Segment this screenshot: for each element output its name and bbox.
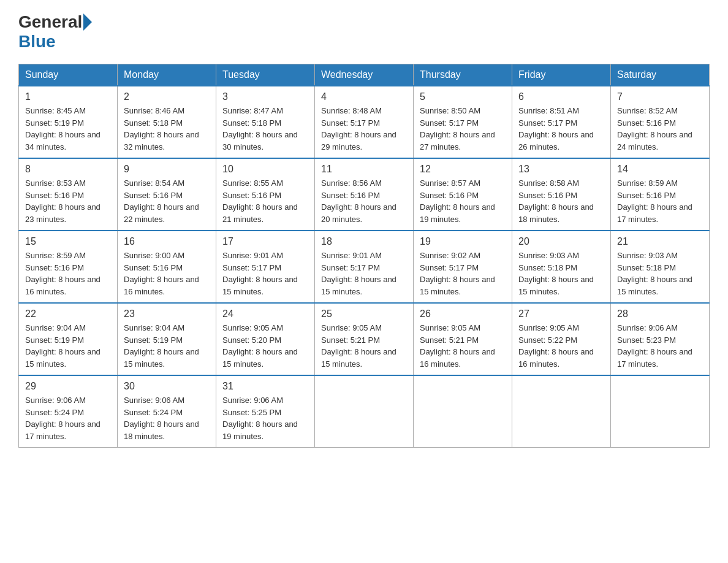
day-info: Sunrise: 8:53 AM Sunset: 5:16 PM Dayligh…	[25, 177, 111, 225]
day-number: 5	[420, 91, 506, 102]
day-number: 20	[518, 236, 604, 247]
day-info: Sunrise: 9:00 AM Sunset: 5:16 PM Dayligh…	[124, 250, 210, 297]
calendar-cell	[414, 375, 512, 448]
day-number: 8	[25, 164, 111, 175]
week-row-3: 15 Sunrise: 8:59 AM Sunset: 5:16 PM Dayl…	[19, 231, 710, 303]
calendar-cell: 3 Sunrise: 8:47 AM Sunset: 5:18 PM Dayli…	[216, 86, 315, 158]
day-info: Sunrise: 9:01 AM Sunset: 5:17 PM Dayligh…	[222, 250, 308, 297]
day-number: 4	[321, 91, 407, 102]
day-info: Sunrise: 9:05 AM Sunset: 5:21 PM Dayligh…	[420, 322, 506, 370]
day-number: 7	[617, 91, 703, 102]
calendar-cell: 10 Sunrise: 8:55 AM Sunset: 5:16 PM Dayl…	[216, 158, 315, 231]
weekday-header-sunday: Sunday	[19, 64, 118, 86]
day-info: Sunrise: 8:50 AM Sunset: 5:17 PM Dayligh…	[420, 105, 506, 153]
day-number: 22	[25, 308, 111, 320]
day-info: Sunrise: 9:04 AM Sunset: 5:19 PM Dayligh…	[25, 322, 111, 370]
calendar-cell: 31 Sunrise: 9:06 AM Sunset: 5:25 PM Dayl…	[216, 375, 315, 448]
day-info: Sunrise: 9:05 AM Sunset: 5:20 PM Dayligh…	[222, 322, 308, 370]
day-info: Sunrise: 9:06 AM Sunset: 5:24 PM Dayligh…	[124, 394, 210, 442]
day-info: Sunrise: 8:56 AM Sunset: 5:16 PM Dayligh…	[321, 177, 407, 225]
day-number: 2	[124, 91, 210, 102]
day-number: 14	[617, 164, 703, 175]
calendar-cell: 27 Sunrise: 9:05 AM Sunset: 5:22 PM Dayl…	[512, 303, 611, 375]
day-number: 30	[124, 381, 210, 392]
logo: General Blue	[18, 12, 93, 52]
day-info: Sunrise: 9:01 AM Sunset: 5:17 PM Dayligh…	[321, 250, 407, 297]
calendar-cell: 16 Sunrise: 9:00 AM Sunset: 5:16 PM Dayl…	[118, 231, 216, 303]
calendar-cell: 2 Sunrise: 8:46 AM Sunset: 5:18 PM Dayli…	[118, 86, 216, 158]
day-info: Sunrise: 9:06 AM Sunset: 5:25 PM Dayligh…	[222, 394, 308, 442]
day-info: Sunrise: 8:58 AM Sunset: 5:16 PM Dayligh…	[518, 177, 604, 225]
logo-general-text: General	[18, 12, 82, 32]
calendar-cell	[315, 375, 414, 448]
day-number: 17	[222, 236, 308, 247]
calendar-cell: 19 Sunrise: 9:02 AM Sunset: 5:17 PM Dayl…	[414, 231, 512, 303]
calendar-cell: 8 Sunrise: 8:53 AM Sunset: 5:16 PM Dayli…	[19, 158, 118, 231]
day-number: 26	[420, 308, 506, 320]
calendar-cell: 29 Sunrise: 9:06 AM Sunset: 5:24 PM Dayl…	[19, 375, 118, 448]
day-number: 16	[124, 236, 210, 247]
calendar-cell: 6 Sunrise: 8:51 AM Sunset: 5:17 PM Dayli…	[512, 86, 611, 158]
day-info: Sunrise: 8:59 AM Sunset: 5:16 PM Dayligh…	[617, 177, 703, 225]
day-number: 21	[617, 236, 703, 247]
day-number: 6	[518, 91, 604, 102]
calendar-cell: 9 Sunrise: 8:54 AM Sunset: 5:16 PM Dayli…	[118, 158, 216, 231]
calendar-cell: 14 Sunrise: 8:59 AM Sunset: 5:16 PM Dayl…	[611, 158, 710, 231]
calendar-cell: 25 Sunrise: 9:05 AM Sunset: 5:21 PM Dayl…	[315, 303, 414, 375]
day-info: Sunrise: 9:06 AM Sunset: 5:23 PM Dayligh…	[617, 322, 703, 370]
weekday-header-friday: Friday	[512, 64, 611, 86]
calendar-cell: 15 Sunrise: 8:59 AM Sunset: 5:16 PM Dayl…	[19, 231, 118, 303]
day-info: Sunrise: 8:57 AM Sunset: 5:16 PM Dayligh…	[420, 177, 506, 225]
day-number: 18	[321, 236, 407, 247]
calendar-cell: 5 Sunrise: 8:50 AM Sunset: 5:17 PM Dayli…	[414, 86, 512, 158]
day-number: 29	[25, 381, 111, 392]
calendar-cell: 28 Sunrise: 9:06 AM Sunset: 5:23 PM Dayl…	[611, 303, 710, 375]
day-number: 25	[321, 308, 407, 320]
weekday-header-tuesday: Tuesday	[216, 64, 315, 86]
calendar-cell: 24 Sunrise: 9:05 AM Sunset: 5:20 PM Dayl…	[216, 303, 315, 375]
calendar-cell: 26 Sunrise: 9:05 AM Sunset: 5:21 PM Dayl…	[414, 303, 512, 375]
weekday-header-saturday: Saturday	[611, 64, 710, 86]
calendar-cell	[512, 375, 611, 448]
day-number: 3	[222, 91, 308, 102]
week-row-2: 8 Sunrise: 8:53 AM Sunset: 5:16 PM Dayli…	[19, 158, 710, 231]
calendar-cell: 18 Sunrise: 9:01 AM Sunset: 5:17 PM Dayl…	[315, 231, 414, 303]
week-row-4: 22 Sunrise: 9:04 AM Sunset: 5:19 PM Dayl…	[19, 303, 710, 375]
day-info: Sunrise: 9:02 AM Sunset: 5:17 PM Dayligh…	[420, 250, 506, 297]
day-info: Sunrise: 9:05 AM Sunset: 5:21 PM Dayligh…	[321, 322, 407, 370]
calendar-cell: 13 Sunrise: 8:58 AM Sunset: 5:16 PM Dayl…	[512, 158, 611, 231]
day-info: Sunrise: 8:59 AM Sunset: 5:16 PM Dayligh…	[25, 250, 111, 297]
day-number: 13	[518, 164, 604, 175]
day-info: Sunrise: 9:06 AM Sunset: 5:24 PM Dayligh…	[25, 394, 111, 442]
calendar-cell: 4 Sunrise: 8:48 AM Sunset: 5:17 PM Dayli…	[315, 86, 414, 158]
weekday-header-monday: Monday	[118, 64, 216, 86]
day-info: Sunrise: 9:04 AM Sunset: 5:19 PM Dayligh…	[124, 322, 210, 370]
page-header: General Blue	[18, 12, 710, 52]
day-info: Sunrise: 8:46 AM Sunset: 5:18 PM Dayligh…	[124, 105, 210, 153]
calendar-cell: 1 Sunrise: 8:45 AM Sunset: 5:19 PM Dayli…	[19, 86, 118, 158]
weekday-header-wednesday: Wednesday	[315, 64, 414, 86]
calendar-table: SundayMondayTuesdayWednesdayThursdayFrid…	[18, 64, 710, 448]
day-number: 1	[25, 91, 111, 102]
day-info: Sunrise: 8:55 AM Sunset: 5:16 PM Dayligh…	[222, 177, 308, 225]
day-number: 28	[617, 308, 703, 320]
calendar-cell: 11 Sunrise: 8:56 AM Sunset: 5:16 PM Dayl…	[315, 158, 414, 231]
calendar-cell: 30 Sunrise: 9:06 AM Sunset: 5:24 PM Dayl…	[118, 375, 216, 448]
day-number: 31	[222, 381, 308, 392]
calendar-cell	[611, 375, 710, 448]
calendar-cell: 17 Sunrise: 9:01 AM Sunset: 5:17 PM Dayl…	[216, 231, 315, 303]
weekday-header-thursday: Thursday	[414, 64, 512, 86]
day-info: Sunrise: 9:03 AM Sunset: 5:18 PM Dayligh…	[518, 250, 604, 297]
day-number: 24	[222, 308, 308, 320]
day-number: 12	[420, 164, 506, 175]
calendar-cell: 12 Sunrise: 8:57 AM Sunset: 5:16 PM Dayl…	[414, 158, 512, 231]
day-info: Sunrise: 8:51 AM Sunset: 5:17 PM Dayligh…	[518, 105, 604, 153]
day-info: Sunrise: 9:03 AM Sunset: 5:18 PM Dayligh…	[617, 250, 703, 297]
day-info: Sunrise: 9:05 AM Sunset: 5:22 PM Dayligh…	[518, 322, 604, 370]
day-info: Sunrise: 8:52 AM Sunset: 5:16 PM Dayligh…	[617, 105, 703, 153]
day-number: 27	[518, 308, 604, 320]
day-number: 23	[124, 308, 210, 320]
day-info: Sunrise: 8:47 AM Sunset: 5:18 PM Dayligh…	[222, 105, 308, 153]
week-row-5: 29 Sunrise: 9:06 AM Sunset: 5:24 PM Dayl…	[19, 375, 710, 448]
day-info: Sunrise: 8:48 AM Sunset: 5:17 PM Dayligh…	[321, 105, 407, 153]
